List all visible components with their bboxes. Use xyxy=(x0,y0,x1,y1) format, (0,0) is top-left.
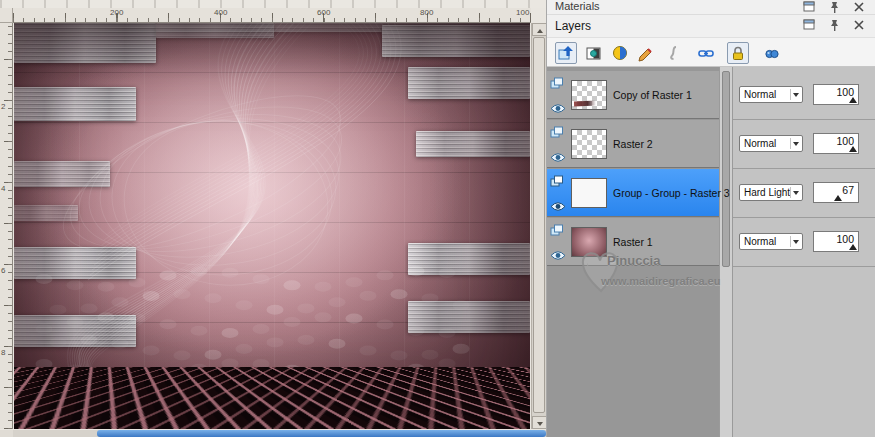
ruler-label: 8 xyxy=(1,348,5,357)
layers-title: Layers xyxy=(555,19,591,33)
lock-transparency-button[interactable] xyxy=(727,42,749,64)
ruler-label: 400 xyxy=(214,8,227,17)
horizontal-scroll-thumb[interactable] xyxy=(97,430,546,437)
opacity-slider-thumb[interactable] xyxy=(834,195,842,201)
visibility-eye-icon[interactable] xyxy=(550,100,566,118)
blend-mode-value: Normal xyxy=(744,89,776,100)
opacity-control[interactable]: 100 xyxy=(813,84,859,105)
chevron-down-icon xyxy=(793,240,799,244)
layers-list-scrollbar[interactable] xyxy=(719,67,733,437)
chevron-down-icon xyxy=(793,191,799,195)
toolbar-sliver xyxy=(0,0,546,8)
ruler-label: 6 xyxy=(1,266,5,275)
ruler-label: 4 xyxy=(1,184,5,193)
opacity-control[interactable]: 100 xyxy=(813,231,859,252)
ruler-ticks xyxy=(13,8,531,22)
layer-thumbnail[interactable] xyxy=(571,227,607,257)
binoculars-icon[interactable] xyxy=(761,42,783,64)
list-scroll-thumb[interactable] xyxy=(722,71,730,267)
layer-controls: Normal 100 xyxy=(733,218,875,267)
layer-type-icon xyxy=(550,125,564,143)
ruler-corner xyxy=(0,8,13,23)
edit-selection-button[interactable] xyxy=(635,42,657,64)
visibility-eye-icon[interactable] xyxy=(550,198,566,216)
opacity-slider-thumb[interactable] xyxy=(849,146,857,152)
ruler-vertical: 2 4 6 8 xyxy=(0,23,13,429)
layer-controls: Normal 100 xyxy=(733,71,875,120)
layer-name: Raster 2 xyxy=(613,138,653,150)
visibility-eye-icon[interactable] xyxy=(550,149,566,167)
layers-panel-header[interactable]: Layers xyxy=(547,15,875,37)
layer-controls: Normal 100 xyxy=(733,120,875,169)
blend-mode-dropdown[interactable]: Hard Light xyxy=(739,184,803,201)
layer-thumbnail[interactable] xyxy=(571,129,607,159)
ruler-label: 800 xyxy=(420,8,433,17)
layer-row-copy-of-raster-1[interactable]: Copy of Raster 1 xyxy=(547,71,719,119)
app-window: 200 400 600 800 100 2 4 6 8 xyxy=(0,0,875,437)
new-layer-button[interactable] xyxy=(555,42,577,64)
layer-thumbnail[interactable] xyxy=(571,178,607,208)
materials-title: Materials xyxy=(555,0,600,12)
ruler-horizontal: 200 400 600 800 100 xyxy=(13,8,531,23)
perspective-floor xyxy=(14,367,530,429)
watermark-site: www.maidiregrafica.eu xyxy=(601,275,720,287)
close-icon[interactable] xyxy=(853,19,866,31)
layers-list: Copy of Raster 1 Raster 2 xyxy=(547,67,875,437)
pin-icon[interactable] xyxy=(828,19,841,31)
script-icon xyxy=(663,42,685,64)
canvas-window: 200 400 600 800 100 2 4 6 8 xyxy=(0,0,546,437)
blend-mode-dropdown[interactable]: Normal xyxy=(739,233,803,250)
blend-mode-value: Normal xyxy=(744,138,776,149)
opacity-control[interactable]: 100 xyxy=(813,133,859,154)
layer-name: Group - Group - Raster 3 xyxy=(613,187,730,199)
close-icon[interactable] xyxy=(853,1,866,13)
ruler-label: 600 xyxy=(317,8,330,17)
layer-controls: Hard Light 67 xyxy=(733,169,875,218)
visibility-eye-icon[interactable] xyxy=(550,247,566,265)
canvas-horizontal-scrollbar[interactable] xyxy=(13,430,546,437)
new-adjustment-layer-button[interactable] xyxy=(609,42,631,64)
layer-row-raster-2[interactable]: Raster 2 xyxy=(547,120,719,168)
layer-row-raster-1[interactable]: Raster 1 xyxy=(547,218,719,266)
vertical-scroll-thumb[interactable] xyxy=(533,37,545,413)
layer-name: Raster 1 xyxy=(613,236,653,248)
ruler-label: 200 xyxy=(110,8,123,17)
layers-palette: Materials Layers xyxy=(546,0,875,437)
chevron-down-icon xyxy=(793,142,799,146)
canvas-vertical-scrollbar[interactable] xyxy=(531,23,546,429)
layer-type-icon xyxy=(550,76,564,94)
layer-name: Copy of Raster 1 xyxy=(613,89,692,101)
scroll-down-button[interactable] xyxy=(532,416,547,429)
link-layers-button[interactable] xyxy=(695,42,717,64)
pin-icon[interactable] xyxy=(828,1,841,13)
dock-grid-icon[interactable] xyxy=(803,1,816,13)
materials-titlebar: Materials xyxy=(547,0,875,15)
blend-mode-value: Hard Light xyxy=(744,187,790,198)
blend-mode-dropdown[interactable]: Normal xyxy=(739,86,803,103)
blend-mode-dropdown[interactable]: Normal xyxy=(739,135,803,152)
opacity-slider-thumb[interactable] xyxy=(849,244,857,250)
ruler-label: 2 xyxy=(1,102,5,111)
scroll-corner xyxy=(0,430,13,437)
dock-window-icon[interactable] xyxy=(803,19,816,31)
scroll-up-button[interactable] xyxy=(532,23,547,36)
layer-group-icon xyxy=(550,174,564,192)
canvas-image[interactable] xyxy=(14,23,530,429)
new-mask-layer-button[interactable] xyxy=(583,42,605,64)
ruler-ticks xyxy=(0,23,12,429)
opacity-control[interactable]: 67 xyxy=(813,182,859,203)
opacity-value: 67 xyxy=(842,184,854,196)
chevron-down-icon xyxy=(793,93,799,97)
blend-mode-value: Normal xyxy=(744,236,776,247)
layer-row-group-raster-3[interactable]: Group - Group - Raster 3 xyxy=(547,169,719,217)
opacity-slider-thumb[interactable] xyxy=(849,97,857,103)
layer-type-icon xyxy=(550,223,564,241)
thumbnail-content xyxy=(574,101,596,107)
layers-toolbar xyxy=(547,37,875,67)
layer-thumbnail[interactable] xyxy=(571,80,607,110)
ruler-label: 100 xyxy=(516,8,529,17)
